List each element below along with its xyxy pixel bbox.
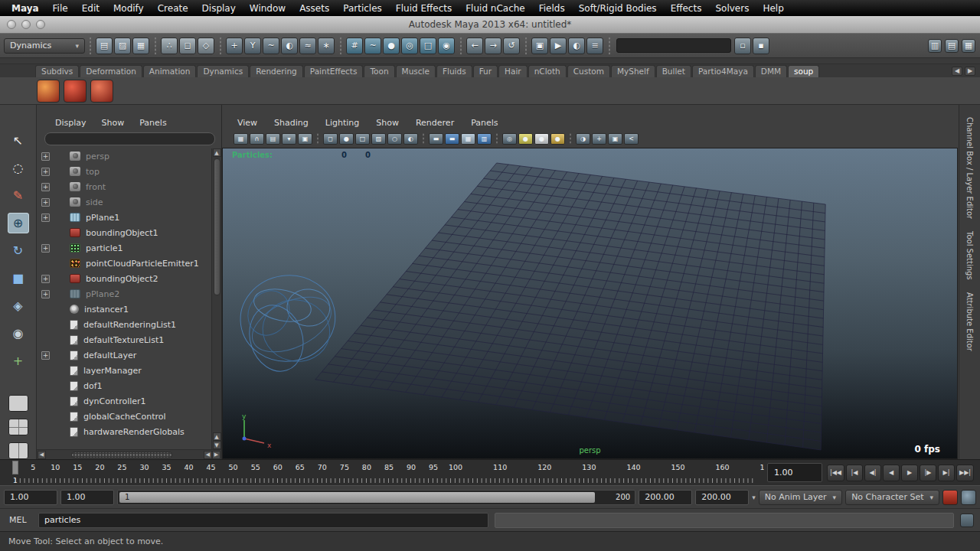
mask-deformations-icon[interactable]: ≈	[299, 37, 316, 54]
menu-effects[interactable]: Effects	[664, 3, 709, 14]
expand-toggle-icon[interactable]: +	[41, 183, 50, 191]
outliner-item-defaultrenderinglist1[interactable]: defaultRenderingList1	[37, 317, 211, 332]
sidebar-tab-tool-settings[interactable]: Tool Settings	[965, 231, 974, 280]
menu-help[interactable]: Help	[756, 3, 790, 14]
minimize-window-button[interactable]	[21, 20, 31, 29]
snap-to-view-planes-icon[interactable]: □	[420, 37, 436, 54]
range-slider-bar[interactable]: 1	[119, 492, 595, 503]
gate-mask-icon[interactable]: ▦	[461, 133, 475, 145]
menu-fields[interactable]: Fields	[532, 3, 572, 14]
shelf-tab-rendering[interactable]: Rendering	[250, 65, 303, 77]
output-connections-icon[interactable]: →	[485, 37, 501, 54]
shelf-tab-fur[interactable]: Fur	[473, 65, 498, 77]
outliner-item-globalcachecontrol[interactable]: globalCacheControl	[37, 409, 211, 424]
character-set-selector[interactable]: No Character Set ▾	[845, 490, 939, 505]
go-to-end-button[interactable]: ▶▶|	[956, 465, 974, 481]
outliner-item-side[interactable]: +side	[37, 194, 211, 210]
input-connections-icon[interactable]: ←	[466, 37, 483, 54]
animation-start-field[interactable]: 1.00	[4, 490, 57, 505]
step-back-frame-button[interactable]: |◀	[846, 465, 863, 481]
menu-display[interactable]: Display	[195, 3, 243, 14]
step-forward-frame-button[interactable]: ▶|	[938, 465, 955, 481]
current-time-field[interactable]: 1.00	[767, 463, 822, 482]
outliner-item-boundingobject2[interactable]: +boundingObject2	[37, 271, 211, 286]
menu-set-dropdown[interactable]: Dynamics ▾	[4, 38, 85, 54]
white-light-icon[interactable]: ●	[534, 133, 549, 145]
expand-toggle-icon[interactable]: +	[41, 168, 50, 176]
resolution-gate-icon[interactable]: ▬	[429, 133, 443, 145]
sidebar-tab-attribute-editor[interactable]: Attribute Editor	[965, 292, 974, 351]
outliner-menu-display[interactable]: Display	[55, 118, 87, 128]
current-frame-marker[interactable]	[12, 461, 18, 474]
select-by-object-icon[interactable]: ◻	[179, 37, 196, 54]
textured-icon[interactable]: ▨	[371, 133, 386, 145]
shelf-tab-soup[interactable]: soup	[788, 65, 819, 77]
scroll-right-icon[interactable]: ▶	[212, 451, 220, 459]
toolbar-group-divider[interactable]	[87, 37, 93, 54]
shelf-tab-partio4maya[interactable]: Partio4Maya	[692, 65, 754, 77]
outliner-item-top[interactable]: +top	[37, 164, 211, 179]
outliner-item-layermanager[interactable]: layerManager	[37, 363, 211, 378]
sidebar-tab-channel-box-layer-editor[interactable]: Channel Box / Layer Editor	[965, 117, 974, 219]
outliner-item-boundingobject1[interactable]: boundingObject1	[37, 225, 211, 240]
command-line-mode-label[interactable]: MEL	[0, 515, 38, 525]
expand-toggle-icon[interactable]: +	[41, 198, 50, 207]
joints-xray-icon[interactable]: +	[592, 133, 606, 145]
key-light-icon[interactable]: ●	[550, 133, 565, 145]
outliner-item-hardwarerenderglobals[interactable]: hardwareRenderGlobals	[37, 424, 211, 439]
save-scene-icon[interactable]: ▦	[132, 37, 149, 54]
make-live-icon[interactable]: ◉	[438, 37, 455, 54]
viewport-menu-show[interactable]: Show	[376, 118, 399, 128]
toolbar-group-divider[interactable]	[458, 37, 463, 54]
outliner-item-particle1[interactable]: +particle1	[37, 240, 211, 256]
shelf-tab-painteffects[interactable]: PaintEffects	[304, 65, 364, 77]
soft-modification-tool[interactable]: ◉	[8, 323, 29, 344]
expand-toggle-icon[interactable]: +	[41, 275, 50, 283]
outliner-menu-show[interactable]: Show	[102, 118, 125, 128]
hide-ui-elements-icon[interactable]: ▪	[753, 37, 769, 54]
scroll-left-icon[interactable]: ◀	[38, 451, 46, 459]
script-editor-icon[interactable]	[960, 514, 974, 527]
render-settings-icon[interactable]: ≡	[586, 37, 603, 54]
layout-single-view-button[interactable]	[8, 395, 28, 412]
scroll-up-icon[interactable]: ▲	[213, 148, 221, 157]
select-by-component-icon[interactable]: ◇	[198, 37, 214, 54]
outliner-item-pplane2[interactable]: +pPlane2	[37, 286, 211, 302]
toolbar-group-divider[interactable]	[152, 37, 158, 54]
go-to-start-button[interactable]: |◀◀	[827, 465, 844, 481]
use-all-lights-icon[interactable]: ○	[387, 133, 402, 145]
menu-fluid-ncache[interactable]: Fluid nCache	[459, 3, 532, 14]
channel-box-toggle-icon[interactable]: ▥	[928, 39, 942, 53]
open-scene-icon[interactable]: ▨	[114, 37, 131, 54]
step-forward-key-button[interactable]: |▶	[920, 465, 936, 481]
expand-toggle-icon[interactable]: +	[41, 290, 50, 298]
menu-modify[interactable]: Modify	[106, 3, 151, 14]
open-render-view-icon[interactable]: ▣	[531, 37, 548, 54]
viewport[interactable]: Particles: 0 0 persp 0 fps y x	[222, 148, 958, 459]
shelf-tab-subdivs[interactable]: Subdivs	[35, 65, 79, 77]
snap-to-projected-center-icon[interactable]: ◎	[401, 37, 418, 54]
camera-attributes-icon[interactable]: ▤	[266, 133, 280, 145]
mask-surfaces-icon[interactable]: ◐	[281, 37, 298, 54]
soup-plug-shelf-button[interactable]	[90, 80, 113, 103]
attribute-editor-toggle-icon[interactable]: ▤	[945, 39, 959, 53]
share-view-icon[interactable]: <	[624, 133, 639, 145]
lasso-select-tool[interactable]: ◌	[8, 158, 29, 178]
show-hide-ui-elements-icon[interactable]: ▫	[734, 37, 751, 54]
viewport-menu-view[interactable]: View	[237, 118, 257, 128]
outliner-menu-panels[interactable]: Panels	[139, 118, 166, 128]
menu-file[interactable]: File	[46, 3, 75, 14]
range-slider-track[interactable]: 1 200	[117, 490, 635, 505]
menu-solvers[interactable]: Solvers	[708, 3, 756, 14]
xray-icon[interactable]: ◑	[576, 133, 590, 145]
expand-toggle-icon[interactable]: +	[41, 351, 50, 360]
outliner-search-input[interactable]	[44, 132, 215, 145]
toolbar-group-divider[interactable]	[338, 37, 343, 54]
field-chart-icon[interactable]: ▥	[477, 133, 492, 145]
outliner-item-front[interactable]: +front	[37, 179, 211, 194]
default-light-icon[interactable]: ●	[518, 133, 533, 145]
animation-preferences-button[interactable]	[961, 490, 976, 505]
universal-manipulator-tool[interactable]: ◈	[8, 295, 29, 316]
shelf-scroll-left-button[interactable]: ◀	[952, 67, 962, 76]
mask-joints-icon[interactable]: Y	[244, 37, 261, 54]
